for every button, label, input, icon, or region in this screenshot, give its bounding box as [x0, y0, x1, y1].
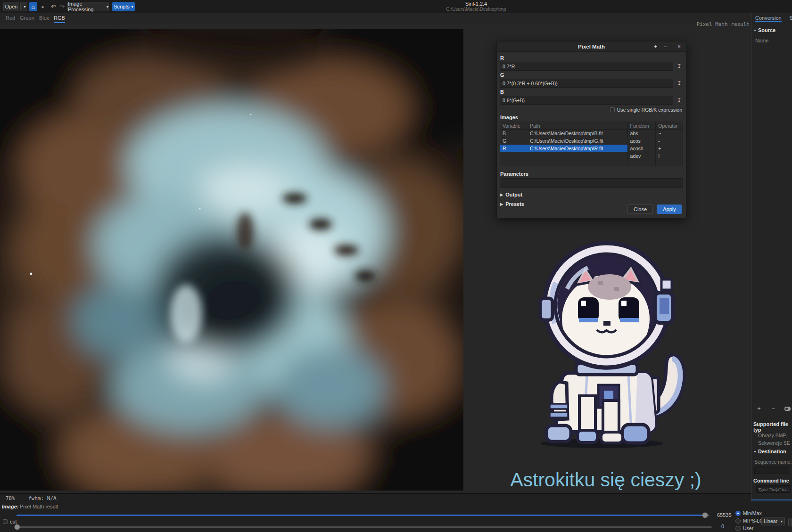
clear-list-icon[interactable]	[784, 405, 791, 412]
output-expander[interactable]: ▶ Output	[500, 192, 683, 197]
clipped-edge-button[interactable]	[788, 518, 792, 526]
field-label-r: R	[500, 55, 683, 61]
low-value-label: 0	[721, 524, 724, 529]
expander-arrow-icon: ▶	[500, 193, 503, 197]
row-variable: G	[500, 138, 528, 144]
zoom-level[interactable]: 78%	[6, 495, 15, 501]
high-cut-slider[interactable]	[16, 515, 710, 516]
col-header-operator[interactable]: Operator	[656, 122, 683, 130]
collapse-arrow-icon: ▼	[753, 29, 757, 32]
redo-icon: ↷	[60, 3, 65, 10]
display-mode-label: Linear	[764, 518, 777, 524]
minmax-radio-row[interactable]: Min/Max	[735, 510, 762, 516]
minmax-radio[interactable]	[735, 511, 741, 516]
low-cut-slider[interactable]	[16, 526, 712, 528]
tab-blue[interactable]: Blue	[39, 15, 50, 23]
scripts-button[interactable]: Scripts ▾	[112, 2, 135, 11]
parameters-label: Parameters	[500, 171, 683, 177]
undo-button[interactable]: ↶	[50, 2, 57, 11]
record-dot-icon: ●	[41, 4, 44, 9]
dialog-titlebar[interactable]: Pixel Math + − ×	[497, 41, 686, 52]
chevron-down-icon: ▾	[781, 519, 783, 524]
low-slider-handle[interactable]	[14, 524, 20, 530]
function-item[interactable]: acosh	[628, 145, 656, 152]
expression-input-b[interactable]	[500, 96, 673, 105]
function-item[interactable]: abs	[628, 130, 656, 137]
add-icon[interactable]: +	[652, 43, 660, 50]
add-files-icon[interactable]: +	[755, 405, 763, 412]
sequence-name-label: Sequence name:	[754, 459, 792, 465]
cut-checkbox[interactable]	[3, 519, 8, 524]
mips-radio[interactable]	[735, 518, 741, 524]
high-slider-handle[interactable]	[702, 512, 708, 518]
operator-item[interactable]: !	[656, 152, 683, 160]
expression-input-g[interactable]	[500, 79, 673, 88]
right-sidebar: Conversion Se ▼ Source Name + − Supporte…	[751, 13, 792, 502]
user-radio-row[interactable]: User	[735, 525, 753, 531]
supported-type-1: Obrazy BMP,	[758, 433, 787, 438]
destination-section-header[interactable]: ▼ Destination	[753, 449, 786, 454]
scripts-label: Scripts	[114, 4, 130, 9]
table-row-selected[interactable]: R C:\Users\Macie\Desktop\tmp\R.fit	[500, 145, 627, 152]
insert-expression-icon[interactable]: ↧	[675, 62, 683, 70]
close-icon[interactable]: ×	[675, 43, 683, 50]
record-button[interactable]: ●	[39, 2, 47, 11]
open-dropdown-button[interactable]: ▾	[20, 2, 27, 11]
display-mode-dropdown[interactable]: Linear ▾	[761, 517, 785, 525]
tab-sequence-partial[interactable]: Se	[789, 15, 792, 21]
open-button[interactable]: Open	[3, 2, 19, 11]
caption-text: Astrokitku się cieszy ;)	[490, 469, 721, 491]
minimize-icon[interactable]: −	[661, 43, 669, 50]
apply-button[interactable]: Apply	[657, 205, 682, 214]
console-divider	[751, 499, 792, 500]
function-item[interactable]: adev	[628, 152, 656, 160]
operator-item[interactable]: ~	[656, 130, 683, 137]
redo-button[interactable]: ↷	[58, 2, 66, 11]
cut-checkbox-row[interactable]: cut	[3, 519, 17, 524]
col-header-path[interactable]: Path	[528, 123, 627, 129]
chevron-down-icon: ▾	[132, 5, 133, 9]
cut-label: cut	[10, 519, 17, 524]
destination-label: Destination	[758, 449, 786, 454]
fwhm-readout: fwhm: N/A	[28, 495, 57, 501]
source-label: Source	[758, 27, 776, 33]
tab-rgb[interactable]: RGB	[54, 15, 65, 23]
expression-input-r[interactable]	[500, 62, 673, 71]
field-label-g: G	[500, 72, 683, 78]
chevron-down-icon: ▾	[107, 5, 108, 9]
tab-conversion[interactable]: Conversion	[755, 15, 782, 22]
field-label-b: B	[500, 89, 683, 95]
source-section-header[interactable]: ▼ Source	[753, 27, 792, 33]
pixel-math-dialog: Pixel Math + − × R ↧ G ↧ B ↧ Use single …	[496, 41, 686, 218]
home-button[interactable]: ⌂	[29, 2, 37, 11]
table-row[interactable]: B C:\Users\Macie\Desktop\tmp\B.fit	[500, 130, 627, 137]
minmax-label: Min/Max	[743, 510, 762, 516]
col-header-variable[interactable]: Variable	[500, 123, 528, 129]
nebula-image	[0, 29, 463, 491]
supported-files-label: Supported file typ	[753, 421, 792, 433]
supported-type-2: Sekwencje SE	[758, 440, 790, 446]
row-path: C:\Users\Macie\Desktop\tmp\B.fit	[528, 131, 627, 136]
name-column-header[interactable]: Name	[755, 38, 792, 43]
images-table: Variable Path B C:\Users\Macie\Desktop\t…	[500, 122, 683, 166]
sequence-name-input[interactable]	[754, 467, 789, 474]
remove-files-icon[interactable]: −	[769, 405, 777, 412]
image-processing-button[interactable]: Image Processing ▾	[67, 2, 109, 11]
row-path: C:\Users\Macie\Desktop\tmp\R.fit	[528, 146, 627, 151]
tab-green[interactable]: Green	[20, 15, 34, 23]
close-button[interactable]: Close	[627, 205, 653, 214]
tab-red[interactable]: Red	[6, 15, 15, 23]
image-canvas[interactable]	[0, 29, 463, 491]
operator-item[interactable]: -	[656, 137, 683, 145]
parameters-input[interactable]	[500, 178, 683, 188]
table-row[interactable]: G C:\Users\Macie\Desktop\tmp\G.fit	[500, 137, 627, 145]
function-item[interactable]: acos	[628, 137, 656, 145]
insert-expression-icon[interactable]: ↧	[675, 96, 683, 104]
single-expression-checkbox[interactable]	[610, 107, 615, 112]
command-line-input[interactable]	[756, 485, 791, 493]
insert-expression-icon[interactable]: ↧	[675, 79, 683, 87]
user-radio[interactable]	[735, 526, 741, 531]
operator-item[interactable]: +	[656, 145, 683, 152]
col-header-function[interactable]: Function	[628, 122, 656, 130]
single-expression-label: Use single RGB/K expression	[617, 107, 682, 113]
